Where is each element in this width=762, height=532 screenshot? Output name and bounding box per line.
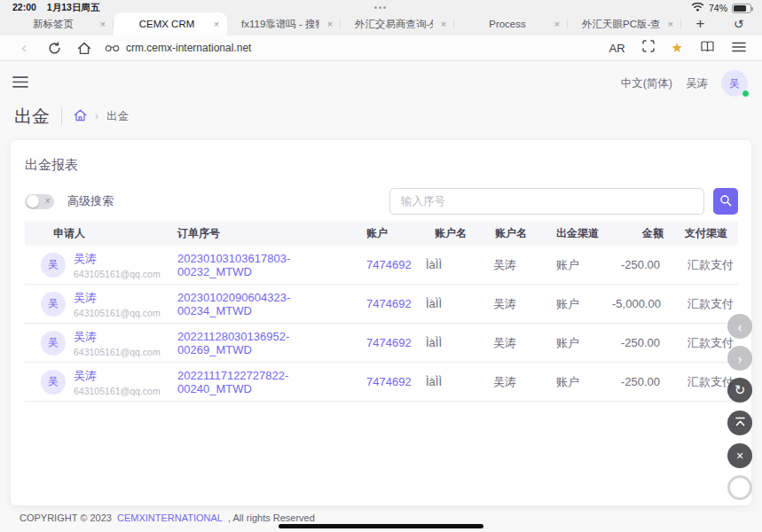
applicant-email: 643105161@qq.com <box>74 308 161 318</box>
applicant-link[interactable]: 吴涛 <box>74 369 97 382</box>
sidebar-menu-icon[interactable] <box>12 75 28 91</box>
breadcrumb-current[interactable]: 出金 <box>106 109 129 124</box>
online-status-dot <box>742 90 750 98</box>
col-account-name-1: 账户名 <box>417 226 479 241</box>
bookmarks-book-icon[interactable] <box>700 40 715 56</box>
search-button[interactable] <box>713 188 738 215</box>
col-applicant: 申请人 <box>25 226 164 241</box>
col-account: 账户 <box>355 226 417 241</box>
applicant-link[interactable]: 吴涛 <box>74 330 97 343</box>
row-avatar: 吴 <box>41 370 66 395</box>
tab-close-icon[interactable]: × <box>92 19 114 29</box>
account-link[interactable]: 7474692 <box>366 336 412 349</box>
more-dots-icon: ••• <box>0 4 762 12</box>
table-row: 吴 吴涛 643105161@qq.com 20221117122727822-… <box>25 363 738 402</box>
account-link[interactable]: 7474692 <box>366 375 412 388</box>
order-link[interactable]: 20221128030136952-00269_MTWD <box>177 330 289 356</box>
username-label[interactable]: 吴涛 <box>686 76 708 91</box>
search-icon <box>719 194 732 209</box>
page-title: 出金 <box>14 105 50 129</box>
breadcrumb-home-icon[interactable] <box>74 109 87 124</box>
reader-glasses-icon <box>105 40 120 56</box>
breadcrumb-chevron-icon: › <box>95 110 98 122</box>
table-row: 吴 吴涛 643105161@qq.com 20230103103617803-… <box>25 246 738 285</box>
col-account-name-2: 账户名 <box>479 226 541 241</box>
applicant-email: 643105161@qq.com <box>74 386 161 396</box>
float-forward-button[interactable]: › <box>727 346 752 371</box>
tab-close-icon[interactable]: × <box>319 19 341 29</box>
back-icon[interactable]: ‹ <box>12 37 35 59</box>
float-handle-button[interactable] <box>727 475 752 500</box>
account-name-1: ÌàÌÌ <box>417 297 479 310</box>
card-title: 出金报表 <box>11 140 751 181</box>
tab-close-icon[interactable]: × <box>206 19 227 29</box>
tab-cemx-crm[interactable]: CEMX CRM × <box>114 12 227 35</box>
applicant-link[interactable]: 吴涛 <box>74 252 97 265</box>
amount: -250.00 <box>612 375 674 388</box>
breadcrumb: › 出金 <box>74 109 129 124</box>
applicant-link[interactable]: 吴涛 <box>74 291 97 304</box>
app-header: 中文(简体) 吴涛 吴 <box>0 62 762 99</box>
payment-channel: 汇款支付 <box>674 257 738 273</box>
order-link[interactable]: 20221117122727822-00240_MTWD <box>177 369 288 395</box>
amount: -250.00 <box>612 336 674 349</box>
advanced-search-label: 高级搜索 <box>67 193 114 209</box>
float-refresh-button[interactable]: ↻ <box>727 378 752 403</box>
account-name-1: ÌàÌÌ <box>417 375 479 388</box>
search-input[interactable] <box>389 188 704 215</box>
withdraw-channel: 账户 <box>541 374 612 390</box>
tab-new-tab-page[interactable]: 新标签页 × <box>0 12 114 35</box>
filter-row: × 高级搜索 <box>11 181 751 222</box>
bookmark-star-icon[interactable]: ★ <box>672 40 683 56</box>
account-name-1: ÌàÌÌ <box>417 336 479 349</box>
browser-toolbar: ‹ crm.cemx-international.net AR ★ <box>0 35 762 61</box>
home-icon[interactable] <box>73 37 96 59</box>
tab-close-icon[interactable]: × <box>546 19 568 29</box>
close-icon: × <box>736 449 743 463</box>
chevron-right-icon: › <box>738 351 742 366</box>
withdrawal-table: 申请人 订单序号 账户 账户名 账户名 出金渠道 金额 支付渠道 吴 吴涛 64… <box>25 222 738 402</box>
tab-process[interactable]: Process × <box>454 12 568 35</box>
ar-button[interactable]: AR <box>609 42 625 55</box>
user-avatar[interactable]: 吴 <box>721 70 748 97</box>
float-back-button[interactable]: ‹ <box>727 314 752 339</box>
applicant-email: 643105161@qq.com <box>74 347 161 357</box>
order-link[interactable]: 20230102090604323-00234_MTWD <box>177 291 290 317</box>
tab-fx119-sogou[interactable]: fx119靠谱吗 - 搜狗 × <box>227 12 341 35</box>
language-selector[interactable]: 中文(简体) <box>621 76 672 91</box>
home-indicator[interactable] <box>279 524 483 528</box>
col-payment-channel: 支付渠道 <box>674 226 738 241</box>
reload-icon[interactable] <box>43 37 66 59</box>
address-bar[interactable]: crm.cemx-international.net <box>105 40 609 56</box>
fullscreen-scan-icon[interactable] <box>642 40 655 56</box>
payment-channel: 汇款支付 <box>674 335 738 351</box>
float-close-button[interactable]: × <box>727 443 752 468</box>
tab-close-icon[interactable]: × <box>660 19 681 29</box>
browser-chrome: 22:00 1月13日周五 ••• 74% 新标签页 × CEMX CRM × … <box>0 0 762 35</box>
brand-link[interactable]: CEMXINTERNATIONAL <box>117 512 223 523</box>
toggle-off-icon: × <box>45 194 51 208</box>
order-link[interactable]: 20230103103617803-00232_MTWD <box>177 252 290 278</box>
payment-channel: 汇款支付 <box>674 296 738 312</box>
account-name-2: 吴涛 <box>479 257 541 273</box>
account-name-2: 吴涛 <box>479 374 541 390</box>
new-tab-button[interactable]: + <box>681 12 719 35</box>
browser-menu-icon[interactable] <box>732 40 746 56</box>
row-avatar: 吴 <box>41 292 66 317</box>
url-text: crm.cemx-international.net <box>126 42 251 54</box>
tab-forex-eye[interactable]: 外汇天眼PC版-查监管 × <box>568 12 681 35</box>
col-withdraw-channel: 出金渠道 <box>541 226 612 241</box>
status-bar: 22:00 1月13日周五 ••• 74% <box>0 0 762 13</box>
float-scroll-top-button[interactable] <box>727 411 752 435</box>
advanced-search-toggle[interactable]: × <box>25 194 54 209</box>
reopen-tab-icon[interactable]: ↺ <box>719 12 758 35</box>
tab-forex-broker-query[interactable]: 外汇交易商查询-外汇 × <box>341 12 454 35</box>
tab-close-icon[interactable]: × <box>433 19 454 29</box>
copyright-footer: COPYRIGHT © 2023 CEMXINTERNATIONAL , All… <box>20 512 315 523</box>
account-name-2: 吴涛 <box>479 296 541 312</box>
account-link[interactable]: 7474692 <box>366 297 412 310</box>
withdraw-channel: 账户 <box>541 257 612 273</box>
withdraw-channel: 账户 <box>541 296 612 312</box>
tab-bar: 新标签页 × CEMX CRM × fx119靠谱吗 - 搜狗 × 外汇交易商查… <box>0 12 762 35</box>
account-link[interactable]: 7474692 <box>366 258 412 271</box>
